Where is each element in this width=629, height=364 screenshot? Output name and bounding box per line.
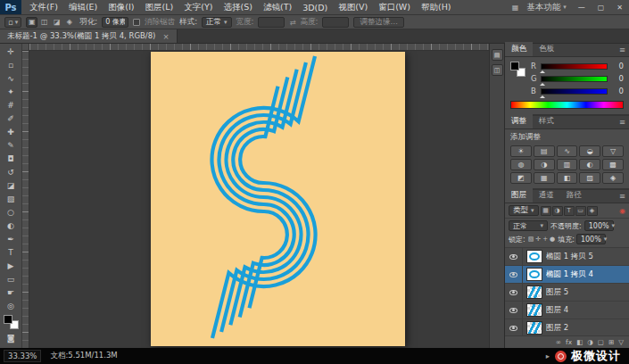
panel-tab[interactable]: 通道 [533, 188, 560, 203]
new-adjustment-layer-icon[interactable]: ◑ [587, 338, 593, 346]
layer-row[interactable]: 椭圆 1 拷贝 5 [505, 248, 629, 266]
layer-row[interactable]: 图层 5 [505, 284, 629, 302]
canvas-document[interactable] [151, 52, 405, 346]
horizontal-ruler[interactable] [29, 44, 489, 51]
panel-menu-icon[interactable]: ≡ [616, 46, 629, 56]
path-selection-tool-icon[interactable]: ▶ [1, 259, 21, 272]
antialias-checkbox[interactable] [133, 19, 140, 26]
hue-saturation-icon[interactable]: ◍ [510, 159, 532, 170]
layer-row[interactable]: 椭圆 1 拷贝 4 [505, 266, 629, 284]
layer-style-icon[interactable]: fx [566, 338, 572, 346]
panel-tab[interactable]: 样式 [533, 114, 560, 128]
layer-visibility-toggle[interactable] [505, 319, 523, 335]
gradient-tool-icon[interactable]: ▧ [1, 192, 21, 205]
intersect-selection-icon[interactable]: ◈ [63, 17, 75, 28]
filter-adjustment-layers-icon[interactable]: ◑ [552, 206, 563, 216]
workspace-switcher[interactable]: 基本功能 ▾ [521, 0, 572, 14]
menu-item[interactable]: 视图(V) [333, 2, 373, 13]
ruler-origin-corner[interactable] [22, 44, 29, 51]
selective-color-icon[interactable]: ◈ [602, 172, 624, 184]
menu-item[interactable]: 选择(S) [218, 2, 257, 13]
filter-shape-layers-icon[interactable]: ▭ [575, 206, 586, 216]
properties-panel-icon[interactable]: ◫ [492, 64, 503, 76]
feather-input[interactable] [102, 17, 128, 28]
history-panel-icon[interactable]: ▤ [492, 49, 503, 61]
dodge-tool-icon[interactable]: ◐ [1, 219, 21, 232]
blend-mode-select[interactable]: 正常 ▾ [509, 220, 548, 231]
filter-pixel-layers-icon[interactable]: ▦ [541, 206, 551, 216]
opacity-select[interactable]: 100% ▾ [584, 220, 614, 231]
panel-foreground-swatch[interactable] [510, 62, 519, 70]
menu-item[interactable]: 文字(Y) [178, 2, 218, 13]
layer-visibility-toggle[interactable] [505, 266, 523, 283]
eyedropper-tool-icon[interactable]: ✐ [1, 112, 21, 125]
healing-brush-tool-icon[interactable]: ✚ [1, 125, 21, 138]
move-tool-icon[interactable]: ✛ [1, 45, 21, 58]
canvas-area[interactable] [22, 44, 489, 348]
refine-edge-button[interactable]: 调整边缘… [353, 17, 404, 28]
vibrance-icon[interactable]: ▽ [602, 145, 624, 157]
lock-image-pixels-icon[interactable]: ✛ [534, 236, 542, 243]
panel-tab[interactable]: 图层 [505, 188, 533, 203]
workspace-grid-icon[interactable]: ▦ [509, 4, 522, 12]
panel-tab[interactable]: 路径 [560, 188, 588, 203]
document-tab[interactable]: 未标题-1 @ 33.3%(椭圆 1 拷贝 4, RGB/8) × [0, 29, 178, 43]
fill-select[interactable]: 100% ▾ [576, 234, 606, 244]
curves-icon[interactable]: ∿ [557, 145, 578, 157]
clone-stamp-tool-icon[interactable]: ◘ [1, 152, 21, 165]
tool-preset-picker[interactable]: ▫ ▾ [4, 17, 21, 28]
invert-icon[interactable]: ◩ [510, 172, 532, 184]
style-select[interactable]: 正常 ▾ [202, 17, 232, 28]
color-spectrum-ramp[interactable] [510, 101, 624, 109]
close-tab-icon[interactable]: × [162, 32, 169, 41]
foreground-swatch[interactable] [4, 315, 12, 324]
marquee-tool-icon[interactable]: ▫ [1, 58, 21, 71]
new-selection-icon[interactable]: ▣ [26, 17, 37, 28]
menu-item[interactable]: 滤镜(T) [258, 2, 297, 13]
quick-selection-tool-icon[interactable]: ✦ [1, 85, 21, 98]
filter-type-layers-icon[interactable]: T [564, 206, 575, 216]
add-to-selection-icon[interactable]: ◫ [38, 17, 50, 28]
threshold-icon[interactable]: ◧ [557, 172, 578, 184]
channel-slider[interactable] [541, 76, 608, 82]
history-brush-tool-icon[interactable]: ↺ [1, 165, 21, 178]
type-tool-icon[interactable]: T [1, 245, 21, 259]
new-group-icon[interactable]: ▢ [598, 338, 604, 346]
panel-menu-icon[interactable]: ≡ [616, 118, 629, 128]
eraser-tool-icon[interactable]: ◪ [1, 178, 21, 192]
panel-tab[interactable]: 颜色 [505, 42, 533, 56]
layer-visibility-toggle[interactable] [505, 302, 523, 318]
panel-menu-icon[interactable]: ≡ [616, 192, 629, 203]
shape-tool-icon[interactable]: ▭ [1, 272, 21, 285]
add-layer-mask-icon[interactable]: ◧ [576, 338, 583, 346]
levels-icon[interactable]: ▤ [534, 145, 555, 157]
restore-button[interactable]: ▢ [592, 4, 611, 12]
quick-mask-mode-icon[interactable]: ◙ [1, 331, 21, 344]
link-layers-icon[interactable]: ∞ [556, 338, 561, 346]
close-button[interactable]: ✕ [610, 4, 629, 12]
menu-item[interactable]: 图像(I) [103, 2, 139, 13]
lock-position-icon[interactable]: + [542, 236, 549, 243]
layer-filter-kind-select[interactable]: 类型 ▾ [509, 205, 539, 216]
height-input[interactable] [322, 17, 349, 28]
layer-row[interactable]: 图层 4 [505, 302, 629, 319]
delete-layer-icon[interactable]: ▽ [618, 338, 624, 346]
zoom-level-field[interactable]: 33.33% [4, 350, 41, 362]
panel-tab[interactable]: 调整 [505, 114, 533, 128]
channel-slider[interactable] [541, 88, 608, 95]
zoom-tool-icon[interactable]: ◎ [1, 299, 21, 312]
menu-item[interactable]: 帮助(H) [416, 2, 457, 13]
gradient-map-icon[interactable]: ▨ [579, 172, 600, 184]
new-layer-icon[interactable]: ⊞ [608, 338, 614, 346]
menu-item[interactable]: 文件(F) [24, 2, 63, 13]
layer-row[interactable]: 图层 2 [505, 319, 629, 335]
menu-item[interactable]: 3D(D) [297, 3, 333, 12]
menu-item[interactable]: 窗口(W) [373, 2, 416, 13]
crop-tool-icon[interactable]: # [1, 98, 21, 112]
blur-tool-icon[interactable]: ○ [1, 205, 21, 219]
photo-filter-icon[interactable]: ◐ [579, 159, 600, 170]
channel-mixer-icon[interactable]: ▩ [602, 159, 624, 170]
exposure-icon[interactable]: ◒ [579, 145, 600, 157]
layer-filter-toggle-icon[interactable]: ◉ [619, 207, 625, 215]
status-expand-icon[interactable]: ▸ [546, 352, 550, 360]
